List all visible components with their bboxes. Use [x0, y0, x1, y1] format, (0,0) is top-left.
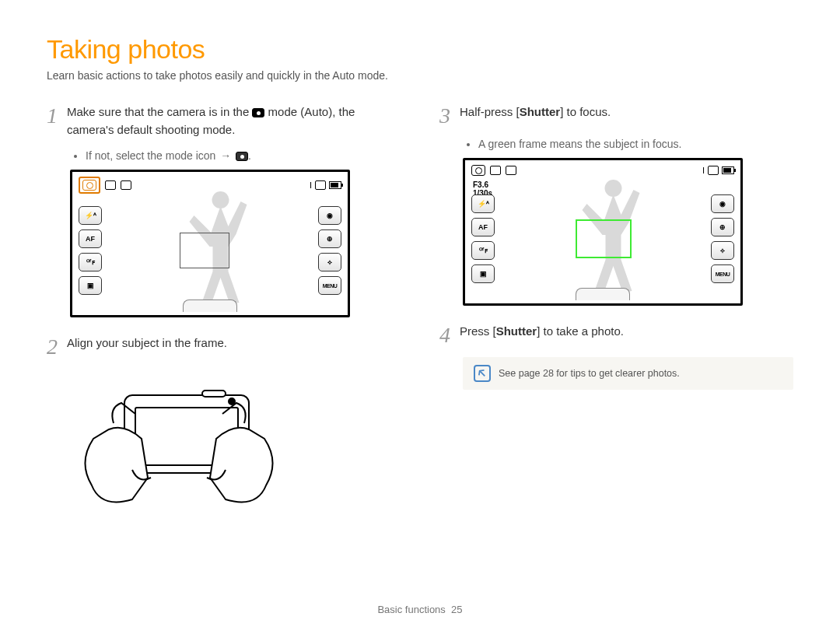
wifi-button-icon: ⟡ — [318, 253, 341, 271]
step1-bullet-post: . — [248, 149, 251, 162]
step1-pre: Make sure that the camera is in the — [67, 105, 252, 118]
footer-section: Basic functions — [377, 604, 445, 615]
step-3-bullets: A green frame means the subject in focus… — [464, 138, 793, 150]
lcd-left-buttons: ⚡ᴬ AF ᴼᶠꜰ ▣ — [79, 206, 102, 295]
step3-c: ] to focus. — [560, 105, 611, 118]
step-2-text: Align your subject in the frame. — [67, 335, 401, 358]
note-text: See page 28 for tips to get clearer phot… — [499, 368, 680, 379]
globe-button-icon: ⊕ — [318, 229, 341, 248]
page-subtitle: Learn basic actions to take photos easil… — [47, 69, 793, 82]
step-number-3: 3 — [439, 103, 460, 127]
page-title: Taking photos — [47, 34, 793, 65]
camera-mode-icon-small — [236, 152, 248, 161]
left-column: 1 Make sure that the camera is in the mo… — [47, 103, 401, 524]
mode-icon-highlighted — [79, 177, 100, 194]
step-1-bullets: If not, select the mode icon → . — [72, 149, 401, 162]
step-number-2: 2 — [47, 335, 67, 358]
top-icon-2 — [105, 180, 116, 190]
step3-a: Half-press [ — [460, 105, 520, 118]
top-icon-3 — [121, 180, 131, 190]
page-footer: Basic functions 25 — [0, 604, 840, 615]
lcd-left-buttons-2: ⚡ᴬ AF ᴼᶠꜰ ▣ — [471, 194, 495, 283]
step4-a: Press [ — [460, 324, 496, 338]
menu-button-icon-2: MENU — [711, 264, 734, 283]
step-1-text: Make sure that the camera is in the mode… — [67, 103, 401, 138]
off-button-icon-2: ᴼᶠꜰ — [471, 241, 495, 260]
camera-lcd-illustration-1: I ⚡ᴬ AF ᴼᶠꜰ ▣ ◉ ⊕ ⟡ MENU — [70, 170, 350, 317]
top-i-label-2: I — [702, 166, 705, 175]
sd-icon — [315, 180, 326, 190]
lcd-right-buttons-2: ◉ ⊕ ⟡ MENU — [711, 194, 734, 283]
focus-frame-gray — [180, 233, 229, 268]
right-column: 3 Half-press [Shutter] to focus. A green… — [439, 103, 793, 524]
step-number-4: 4 — [439, 323, 460, 346]
rec-button-icon: ◉ — [318, 206, 341, 225]
step-2: 2 Align your subject in the frame. — [47, 335, 401, 358]
wifi-button-icon-2: ⟡ — [711, 241, 734, 260]
top-icon-2b — [490, 166, 501, 175]
step-number-1: 1 — [47, 103, 67, 138]
globe-button-icon-2: ⊕ — [711, 218, 734, 236]
camera-mode-icon — [252, 108, 264, 117]
step-4-text: Press [Shutter] to take a photo. — [460, 323, 793, 346]
svg-point-5 — [605, 180, 622, 197]
tip-note: See page 28 for tips to get clearer phot… — [463, 357, 793, 390]
camera-icon-2 — [471, 165, 485, 176]
note-icon — [474, 365, 491, 382]
af-button-icon: AF — [79, 229, 102, 248]
display-button-icon: ▣ — [79, 276, 102, 295]
svg-point-0 — [212, 191, 229, 208]
step4-b: Shutter — [496, 324, 537, 338]
af-button-icon-2: AF — [471, 218, 495, 236]
svg-point-3 — [229, 398, 235, 405]
step1-bullet: If not, select the mode icon → . — [86, 149, 401, 162]
step-3: 3 Half-press [Shutter] to focus. — [439, 103, 793, 127]
step-4: 4 Press [Shutter] to take a photo. — [439, 323, 793, 346]
step4-c: ] to take a photo. — [537, 324, 624, 338]
top-i-label: I — [310, 180, 312, 190]
step-1: 1 Make sure that the camera is in the mo… — [47, 103, 401, 138]
step3-bullet: A green frame means the subject in focus… — [478, 138, 793, 150]
two-column-layout: 1 Make sure that the camera is in the mo… — [47, 103, 793, 524]
step3-b: Shutter — [520, 105, 561, 118]
flash-button-icon-2: ⚡ᴬ — [471, 194, 495, 213]
svg-rect-4 — [202, 391, 226, 397]
sd-icon-2 — [708, 166, 719, 175]
top-icon-3b — [506, 166, 516, 175]
lcd-tray-icon-2 — [576, 288, 630, 300]
battery-icon-2 — [722, 166, 734, 174]
footer-page-number: 25 — [451, 604, 462, 615]
step-3-text: Half-press [Shutter] to focus. — [460, 103, 793, 127]
battery-icon — [329, 181, 341, 189]
flash-button-icon: ⚡ᴬ — [79, 206, 102, 225]
camera-icon — [82, 180, 96, 191]
camera-lcd-illustration-2: I F3.6 1/30s ⚡ᴬ AF ᴼᶠꜰ ▣ ◉ ⊕ — [463, 158, 743, 306]
step1-bullet-pre: If not, select the mode icon — [86, 149, 219, 162]
f-number: F3.6 — [473, 180, 492, 189]
focus-frame-green — [576, 219, 632, 258]
hands-holding-camera-illustration — [78, 369, 280, 524]
lcd-tray-icon — [183, 299, 237, 312]
lcd-right-buttons: ◉ ⊕ ⟡ MENU — [318, 206, 341, 295]
arrow-icon: → — [220, 149, 231, 162]
display-button-icon-2: ▣ — [471, 264, 495, 283]
menu-button-icon: MENU — [318, 276, 341, 295]
off-button-icon: ᴼᶠꜰ — [79, 253, 102, 271]
rec-button-icon-2: ◉ — [711, 194, 734, 213]
